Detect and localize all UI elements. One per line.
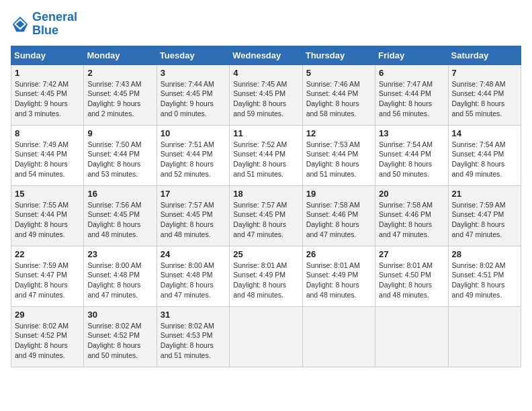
calendar-cell: 29Sunrise: 8:02 AM Sunset: 4:52 PM Dayli… <box>11 306 84 367</box>
calendar-cell: 21Sunrise: 7:59 AM Sunset: 4:47 PM Dayli… <box>448 185 521 246</box>
calendar-cell: 28Sunrise: 8:02 AM Sunset: 4:51 PM Dayli… <box>448 246 521 306</box>
calendar-cell: 7Sunrise: 7:48 AM Sunset: 4:44 PM Daylig… <box>448 64 521 125</box>
day-of-week-header: Sunday <box>11 46 84 64</box>
day-info: Sunrise: 7:57 AM Sunset: 4:45 PM Dayligh… <box>161 200 226 240</box>
calendar-week-row: 8Sunrise: 7:49 AM Sunset: 4:44 PM Daylig… <box>11 125 521 185</box>
calendar-cell: 30Sunrise: 8:02 AM Sunset: 4:52 PM Dayli… <box>84 306 157 367</box>
calendar-cell: 19Sunrise: 7:58 AM Sunset: 4:46 PM Dayli… <box>302 185 375 246</box>
page-header: GeneralBlue <box>11 11 521 38</box>
day-number: 15 <box>15 189 80 199</box>
calendar-cell: 25Sunrise: 8:01 AM Sunset: 4:49 PM Dayli… <box>230 246 302 306</box>
logo-icon <box>11 15 30 34</box>
day-info: Sunrise: 8:01 AM Sunset: 4:49 PM Dayligh… <box>233 261 298 300</box>
day-info: Sunrise: 8:01 AM Sunset: 4:49 PM Dayligh… <box>306 261 371 300</box>
day-info: Sunrise: 8:02 AM Sunset: 4:51 PM Dayligh… <box>452 261 517 300</box>
calendar-week-row: 1Sunrise: 7:42 AM Sunset: 4:45 PM Daylig… <box>11 64 521 125</box>
day-number: 29 <box>15 310 80 320</box>
day-of-week-header: Friday <box>375 46 448 64</box>
day-number: 23 <box>87 249 152 259</box>
calendar-cell <box>448 306 521 367</box>
day-number: 6 <box>379 68 444 78</box>
day-info: Sunrise: 7:50 AM Sunset: 4:44 PM Dayligh… <box>87 140 152 179</box>
calendar-cell <box>230 306 302 367</box>
calendar-cell: 1Sunrise: 7:42 AM Sunset: 4:45 PM Daylig… <box>11 64 84 125</box>
day-of-week-header: Monday <box>84 46 157 64</box>
day-number: 27 <box>379 249 444 259</box>
day-info: Sunrise: 7:43 AM Sunset: 4:45 PM Dayligh… <box>87 79 152 119</box>
day-info: Sunrise: 7:58 AM Sunset: 4:46 PM Dayligh… <box>379 200 444 240</box>
day-info: Sunrise: 7:58 AM Sunset: 4:46 PM Dayligh… <box>306 200 371 240</box>
day-number: 10 <box>161 128 226 138</box>
day-number: 3 <box>161 68 226 78</box>
day-info: Sunrise: 7:54 AM Sunset: 4:44 PM Dayligh… <box>452 140 517 179</box>
day-of-week-header: Tuesday <box>157 46 229 64</box>
calendar-cell: 31Sunrise: 8:02 AM Sunset: 4:53 PM Dayli… <box>157 306 229 367</box>
day-number: 22 <box>15 249 80 259</box>
day-of-week-header: Thursday <box>302 46 375 64</box>
day-info: Sunrise: 7:59 AM Sunset: 4:47 PM Dayligh… <box>15 261 80 300</box>
calendar-cell: 20Sunrise: 7:58 AM Sunset: 4:46 PM Dayli… <box>375 185 448 246</box>
day-number: 8 <box>15 128 80 138</box>
calendar-cell <box>302 306 375 367</box>
calendar-week-row: 15Sunrise: 7:55 AM Sunset: 4:44 PM Dayli… <box>11 185 521 246</box>
calendar-cell <box>375 306 448 367</box>
day-number: 4 <box>233 68 298 78</box>
day-number: 20 <box>379 189 444 199</box>
calendar-week-row: 22Sunrise: 7:59 AM Sunset: 4:47 PM Dayli… <box>11 246 521 306</box>
day-of-week-header: Saturday <box>448 46 521 64</box>
day-number: 28 <box>452 249 517 259</box>
day-number: 19 <box>306 189 371 199</box>
day-info: Sunrise: 7:56 AM Sunset: 4:45 PM Dayligh… <box>87 200 152 240</box>
calendar-cell: 3Sunrise: 7:44 AM Sunset: 4:45 PM Daylig… <box>157 64 229 125</box>
day-info: Sunrise: 7:57 AM Sunset: 4:45 PM Dayligh… <box>233 200 298 240</box>
calendar-cell: 17Sunrise: 7:57 AM Sunset: 4:45 PM Dayli… <box>157 185 229 246</box>
calendar-cell: 18Sunrise: 7:57 AM Sunset: 4:45 PM Dayli… <box>230 185 302 246</box>
calendar-cell: 6Sunrise: 7:47 AM Sunset: 4:44 PM Daylig… <box>375 64 448 125</box>
calendar-cell: 22Sunrise: 7:59 AM Sunset: 4:47 PM Dayli… <box>11 246 84 306</box>
day-info: Sunrise: 7:45 AM Sunset: 4:45 PM Dayligh… <box>233 79 298 119</box>
day-number: 25 <box>233 249 298 259</box>
calendar-cell: 27Sunrise: 8:01 AM Sunset: 4:50 PM Dayli… <box>375 246 448 306</box>
calendar-cell: 8Sunrise: 7:49 AM Sunset: 4:44 PM Daylig… <box>11 125 84 185</box>
day-info: Sunrise: 7:48 AM Sunset: 4:44 PM Dayligh… <box>452 79 517 119</box>
day-info: Sunrise: 7:51 AM Sunset: 4:44 PM Dayligh… <box>161 140 226 179</box>
day-info: Sunrise: 7:59 AM Sunset: 4:47 PM Dayligh… <box>452 200 517 240</box>
day-info: Sunrise: 8:02 AM Sunset: 4:52 PM Dayligh… <box>15 321 80 361</box>
calendar-cell: 11Sunrise: 7:52 AM Sunset: 4:44 PM Dayli… <box>230 125 302 185</box>
calendar-cell: 9Sunrise: 7:50 AM Sunset: 4:44 PM Daylig… <box>84 125 157 185</box>
day-number: 13 <box>379 128 444 138</box>
day-number: 26 <box>306 249 371 259</box>
day-number: 11 <box>233 128 298 138</box>
day-number: 16 <box>87 189 152 199</box>
calendar-cell: 15Sunrise: 7:55 AM Sunset: 4:44 PM Dayli… <box>11 185 84 246</box>
day-info: Sunrise: 7:47 AM Sunset: 4:44 PM Dayligh… <box>379 79 444 119</box>
day-info: Sunrise: 7:44 AM Sunset: 4:45 PM Dayligh… <box>161 79 226 119</box>
calendar-cell: 4Sunrise: 7:45 AM Sunset: 4:45 PM Daylig… <box>230 64 302 125</box>
logo-text: GeneralBlue <box>32 11 77 38</box>
day-info: Sunrise: 8:01 AM Sunset: 4:50 PM Dayligh… <box>379 261 444 300</box>
day-number: 12 <box>306 128 371 138</box>
calendar-cell: 14Sunrise: 7:54 AM Sunset: 4:44 PM Dayli… <box>448 125 521 185</box>
calendar-week-row: 29Sunrise: 8:02 AM Sunset: 4:52 PM Dayli… <box>11 306 521 367</box>
day-number: 18 <box>233 189 298 199</box>
day-info: Sunrise: 8:02 AM Sunset: 4:53 PM Dayligh… <box>161 321 226 361</box>
day-number: 5 <box>306 68 371 78</box>
day-info: Sunrise: 7:52 AM Sunset: 4:44 PM Dayligh… <box>233 140 298 179</box>
day-info: Sunrise: 7:42 AM Sunset: 4:45 PM Dayligh… <box>15 79 80 119</box>
day-number: 24 <box>161 249 226 259</box>
day-number: 2 <box>87 68 152 78</box>
day-info: Sunrise: 7:53 AM Sunset: 4:44 PM Dayligh… <box>306 140 371 179</box>
day-number: 30 <box>87 310 152 320</box>
day-info: Sunrise: 7:55 AM Sunset: 4:44 PM Dayligh… <box>15 200 80 240</box>
day-number: 9 <box>87 128 152 138</box>
day-info: Sunrise: 8:00 AM Sunset: 4:48 PM Dayligh… <box>161 261 226 300</box>
day-number: 21 <box>452 189 517 199</box>
calendar-cell: 24Sunrise: 8:00 AM Sunset: 4:48 PM Dayli… <box>157 246 229 306</box>
day-info: Sunrise: 8:02 AM Sunset: 4:52 PM Dayligh… <box>87 321 152 361</box>
day-number: 31 <box>161 310 226 320</box>
day-info: Sunrise: 7:46 AM Sunset: 4:44 PM Dayligh… <box>306 79 371 119</box>
calendar-cell: 5Sunrise: 7:46 AM Sunset: 4:44 PM Daylig… <box>302 64 375 125</box>
day-info: Sunrise: 8:00 AM Sunset: 4:48 PM Dayligh… <box>87 261 152 300</box>
day-number: 17 <box>161 189 226 199</box>
day-info: Sunrise: 7:54 AM Sunset: 4:44 PM Dayligh… <box>379 140 444 179</box>
